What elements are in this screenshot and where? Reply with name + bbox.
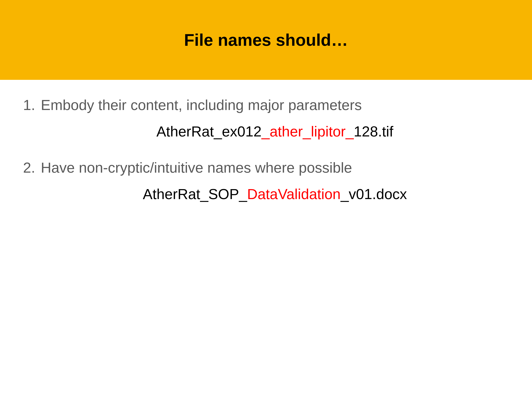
slide: File names should… 1. Embody their conte…: [0, 0, 532, 399]
example-segment: AtherRat_ex012: [157, 123, 262, 139]
example-filename: AtherRat_SOP_DataValidation_v01.docx: [23, 186, 509, 203]
slide-content: 1. Embody their content, including major…: [0, 80, 532, 203]
list-item: 2. Have non-cryptic/intuitive names wher…: [23, 159, 509, 176]
list-text: Have non-cryptic/intuitive names where p…: [41, 159, 509, 176]
example-segment-highlight: DataValidation: [247, 186, 341, 202]
header-band: File names should…: [0, 0, 532, 80]
example-segment: _v01.docx: [341, 186, 407, 202]
list-number: 1.: [23, 97, 41, 113]
list-number: 2.: [23, 159, 41, 176]
example-segment: AtherRat_SOP_: [143, 186, 247, 202]
list-item: 1. Embody their content, including major…: [23, 97, 509, 113]
list-text: Embody their content, including major pa…: [41, 97, 509, 113]
example-filename: AtherRat_ex012_ather_lipitor_128.tif: [23, 123, 509, 140]
example-segment-highlight: _ather_lipitor_: [261, 123, 354, 139]
slide-title: File names should…: [184, 30, 348, 50]
example-segment: 128.tif: [354, 123, 393, 139]
